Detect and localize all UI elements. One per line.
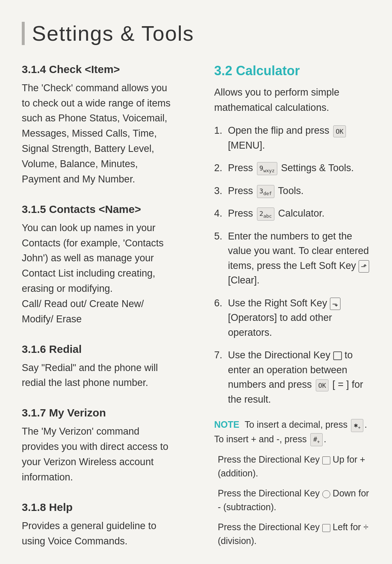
section-3-1-4-heading: 3.1.4 Check <Item> (22, 63, 178, 76)
section-3-1-8-body: Provides a general guideline to using Vo… (22, 519, 178, 549)
section-3-1-4: 3.1.4 Check <Item> The 'Check' command a… (22, 63, 178, 187)
step-text-6: Use the Right Soft Key ⬎ [Operators] to … (228, 296, 370, 340)
section-3-1-8: 3.1.8 Help Provides a general guideline … (22, 501, 178, 549)
step-num-3: 3. (214, 184, 228, 198)
note-label: NOTE (214, 419, 239, 430)
section-3-2-intro: Allows you to perform simple mathematica… (214, 85, 370, 116)
note-subitem-3: Press the Directional Key Left for ÷ (di… (218, 520, 370, 548)
note-subitem-2: Press the Directional Key Down for - (su… (218, 487, 370, 514)
list-item: 5. Enter the numbers to get the value yo… (214, 229, 370, 288)
list-item: 7. Use the Directional Key to enter an o… (214, 348, 370, 407)
section-3-1-5: 3.1.5 Contacts <Name> You can look up na… (22, 203, 178, 327)
step-text-2: Press 9wxyz Settings & Tools. (228, 161, 370, 176)
page-title: Settings & Tools (22, 22, 370, 45)
3-key-icon: 3def (257, 185, 274, 198)
list-item: 6. Use the Right Soft Key ⬎ [Operators] … (214, 296, 370, 340)
ok-key-icon-2: OK (316, 379, 329, 391)
section-3-1-6: 3.1.6 Redial Say "Redial" and the phone … (22, 343, 178, 391)
list-item: 1. Open the flip and press OK [MENU]. (214, 123, 370, 153)
step-text-3: Press 3def Tools. (228, 184, 370, 198)
step-num-1: 1. (214, 123, 228, 138)
section-3-1-6-heading: 3.1.6 Redial (22, 343, 178, 355)
note-subitems: Press the Directional Key Up for + (addi… (214, 453, 370, 548)
note-block: NOTE To insert a decimal, press ✱+. To i… (214, 418, 370, 548)
page-container: Settings & Tools 3.1.4 Check <Item> The … (0, 0, 392, 564)
two-column-layout: 3.1.4 Check <Item> The 'Check' command a… (22, 63, 370, 564)
section-3-1-5-body: You can look up names in your Contacts (… (22, 221, 178, 327)
step-text-1: Open the flip and press OK [MENU]. (228, 123, 370, 153)
section-3-1-7: 3.1.7 My Verizon The 'My Verizon' comman… (22, 407, 178, 485)
calculator-steps-list: 1. Open the flip and press OK [MENU]. 2.… (214, 123, 370, 407)
step-num-4: 4. (214, 206, 228, 221)
section-3-1-7-body: The 'My Verizon' command provides you wi… (22, 424, 178, 485)
note-subitem-1: Press the Directional Key Up for + (addi… (218, 453, 370, 480)
section-3-1-8-heading: 3.1.8 Help (22, 501, 178, 513)
right-column: 3.2 Calculator Allows you to perform sim… (207, 63, 370, 564)
step-num-6: 6. (214, 296, 228, 311)
ok-key-icon: OK (333, 125, 346, 137)
section-3-2-heading: 3.2 Calculator (214, 63, 370, 78)
step-num-7: 7. (214, 348, 228, 363)
step-text-4: Press 2abc Calculator. (228, 206, 370, 221)
section-3-1-7-heading: 3.1.7 My Verizon (22, 407, 178, 419)
left-column: 3.1.4 Check <Item> The 'Check' command a… (22, 63, 185, 564)
list-item: 4. Press 2abc Calculator. (214, 206, 370, 221)
step-num-5: 5. (214, 229, 228, 244)
step-num-2: 2. (214, 161, 228, 176)
section-3-1-6-body: Say "Redial" and the phone will redial t… (22, 360, 178, 391)
section-3-1-5-heading: 3.1.5 Contacts <Name> (22, 203, 178, 215)
2-key-icon: 2abc (257, 208, 274, 221)
step-text-5: Enter the numbers to get the value you w… (228, 229, 370, 288)
hash-key-icon: #+ (310, 433, 323, 446)
step-text-7: Use the Directional Key to enter an oper… (228, 348, 370, 407)
section-3-1-4-body: The 'Check' command allows you to check … (22, 81, 178, 187)
star-key-icon: ✱+ (351, 419, 363, 432)
list-item: 3. Press 3def Tools. (214, 184, 370, 198)
9-key-icon: 9wxyz (257, 162, 277, 175)
list-item: 2. Press 9wxyz Settings & Tools. (214, 161, 370, 176)
